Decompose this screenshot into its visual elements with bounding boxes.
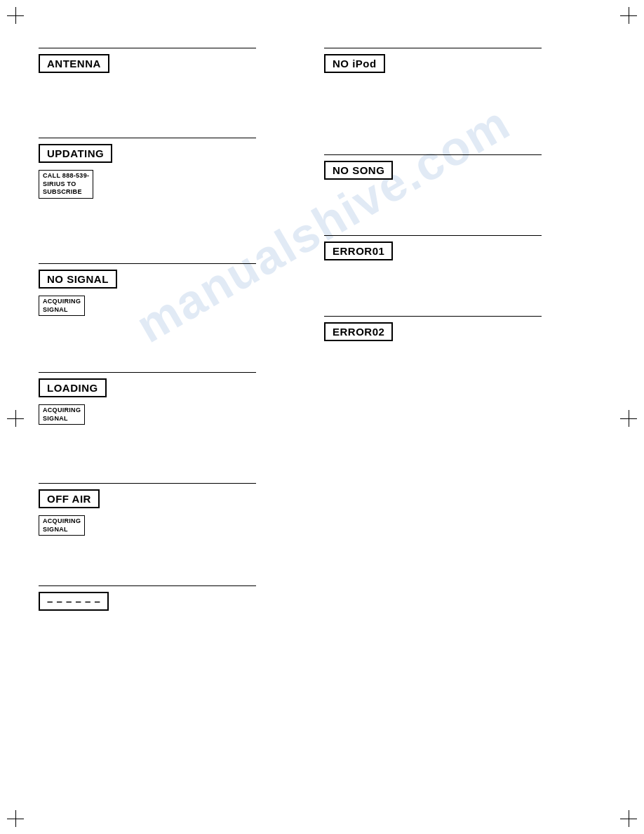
divider-antenna: [39, 48, 256, 48]
section-no-ipod: NO iPod: [324, 48, 542, 73]
divider-off-air: [39, 483, 256, 484]
divider-error02: [324, 316, 542, 317]
divider-loading: [39, 372, 256, 373]
divider-dashes: [39, 585, 256, 586]
status-error01: ERROR01: [324, 241, 393, 260]
status-no-signal: NO SIGNAL: [39, 270, 117, 289]
section-updating: UPDATING CALL 888-539-SIRIUS TOSUBSCRIBE: [39, 138, 256, 199]
section-dashes: – – – – – –: [39, 585, 256, 611]
divider-no-signal: [39, 263, 256, 264]
sub-off-air: ACQUIRINGSIGNAL: [39, 515, 85, 536]
divider-no-song: [324, 154, 542, 155]
divider-error01: [324, 235, 542, 236]
status-loading: LOADING: [39, 378, 107, 397]
divider-updating: [39, 138, 256, 138]
section-error01: ERROR01: [324, 235, 542, 260]
section-no-signal: NO SIGNAL ACQUIRINGSIGNAL: [39, 263, 256, 316]
section-off-air: OFF AIR ACQUIRINGSIGNAL: [39, 483, 256, 536]
status-off-air: OFF AIR: [39, 489, 100, 508]
sub-no-signal: ACQUIRINGSIGNAL: [39, 296, 85, 316]
section-loading: LOADING ACQUIRINGSIGNAL: [39, 372, 256, 425]
section-no-song: NO SONG: [324, 154, 542, 180]
status-antenna: ANTENNA: [39, 54, 109, 73]
status-no-song: NO SONG: [324, 161, 393, 180]
status-error02: ERROR02: [324, 322, 393, 341]
status-dashes: – – – – – –: [39, 592, 109, 611]
sub-updating: CALL 888-539-SIRIUS TOSUBSCRIBE: [39, 170, 93, 199]
divider-no-ipod: [324, 48, 542, 48]
section-antenna: ANTENNA: [39, 48, 256, 73]
section-error02: ERROR02: [324, 316, 542, 341]
status-no-ipod: NO iPod: [324, 54, 385, 73]
sub-loading: ACQUIRINGSIGNAL: [39, 404, 85, 425]
status-updating: UPDATING: [39, 144, 112, 163]
